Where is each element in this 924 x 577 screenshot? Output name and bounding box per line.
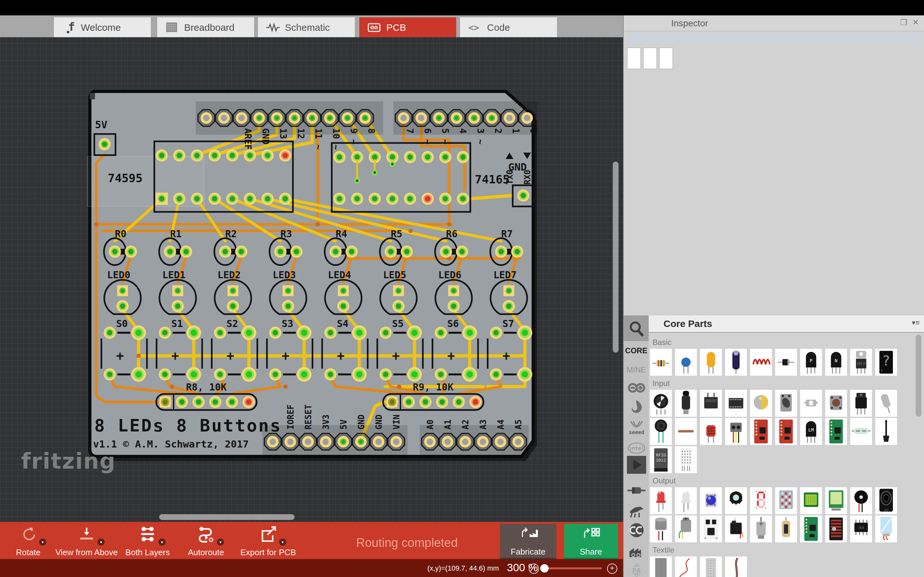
parts-bin-tab-sparkfun[interactable] <box>624 398 649 417</box>
part-lm35-temperature-sensor[interactable]: LM <box>800 418 822 445</box>
fabricate-button[interactable]: Fabricate <box>500 524 556 561</box>
parts-bin-tab-core[interactable]: CORE <box>624 341 649 360</box>
parts-bin-tab-play[interactable] <box>624 455 649 474</box>
part-coil-board[interactable] <box>825 516 847 542</box>
dropdown-chevron-icon[interactable]: ▾ <box>217 538 224 546</box>
pcb-canvas[interactable]: AREFGND131211 ~10 ~9 ~876 ~5 ~43 ~210TX0… <box>0 37 623 522</box>
part-mosfet[interactable]: FET P <box>850 349 872 376</box>
part-graphic-lcd[interactable] <box>825 487 847 514</box>
parts-bin-tab-arduino[interactable] <box>624 378 649 398</box>
part-diode[interactable] <box>775 349 797 376</box>
part-motor-driver[interactable] <box>700 516 722 542</box>
part-rfid-reader[interactable]: RFIDID12 <box>650 446 672 473</box>
inspector-swatch[interactable] <box>643 47 657 69</box>
zoom-out-icon[interactable]: − <box>529 564 539 574</box>
part-led-matrix[interactable] <box>775 487 797 514</box>
part-piezo-disc[interactable] <box>750 390 772 417</box>
share-button[interactable]: Share <box>564 524 618 561</box>
part-red-led[interactable] <box>650 487 672 514</box>
part-pnp-transistor[interactable]: P <box>800 349 822 376</box>
part-conductive-thread[interactable] <box>675 556 697 577</box>
part-conductive-fabric[interactable] <box>650 556 672 577</box>
part-rgb-led[interactable] <box>725 487 747 514</box>
part-trim-potentiometer[interactable] <box>775 390 797 417</box>
canvas-vscrollbar-thumb[interactable] <box>613 161 619 353</box>
export-for-pcb-button[interactable]: ▾Export for PCB <box>233 526 304 557</box>
part-dc-motor[interactable] <box>675 516 697 542</box>
part-ceramic-capacitor[interactable] <box>675 349 697 376</box>
part-sensor-breakout-green[interactable] <box>825 418 847 445</box>
canvas-hscrollbar-thumb[interactable] <box>159 514 294 520</box>
bin-menu-icon[interactable]: ▾≡ <box>912 319 919 327</box>
part-driver-board-green[interactable] <box>800 516 822 542</box>
arduino-icon <box>627 379 646 397</box>
part-relay[interactable]: 16A <box>850 516 872 542</box>
part-loudspeaker[interactable] <box>875 487 897 514</box>
part-photoresistor[interactable] <box>700 418 722 445</box>
part-humidity-sensor[interactable] <box>675 446 697 473</box>
zoom-slider-knob[interactable] <box>540 564 549 572</box>
parts-scrollbar-thumb[interactable] <box>916 335 921 417</box>
part-force-sensor[interactable] <box>650 418 672 445</box>
parts-bin-tab-component[interactable] <box>624 481 649 500</box>
part-rotary-potentiometer[interactable] <box>650 390 672 417</box>
inspector-swatch[interactable] <box>659 47 673 69</box>
parts-bin-tab-pa[interactable]: PA <box>624 560 649 577</box>
part-sparkfun-breakout[interactable] <box>775 418 797 445</box>
part-smd-pushbutton[interactable] <box>800 390 822 417</box>
part-mystery-part[interactable]: ?? <box>875 349 897 376</box>
part-electrolytic-capacitor[interactable] <box>725 349 747 376</box>
part-trimmer-potentiometer[interactable] <box>675 390 697 417</box>
inspector-close-icon[interactable]: ✕ <box>913 18 919 27</box>
parts-bin-tab-seeed[interactable]: seeed <box>624 418 649 437</box>
part-switch[interactable] <box>850 390 872 417</box>
part-pushbutton[interactable] <box>825 390 847 417</box>
part-flex-sensor[interactable] <box>675 418 697 445</box>
dropdown-chevron-icon[interactable]: ▾ <box>279 538 286 546</box>
part-blue-led-mount[interactable] <box>700 487 722 514</box>
part-lcd-display[interactable] <box>800 487 822 514</box>
parts-bin-tab-intel[interactable]: intel <box>624 438 649 458</box>
zoom-slider[interactable] <box>544 567 602 569</box>
part-white-led[interactable] <box>675 487 697 514</box>
view-from-above-button[interactable]: ▾View from Above <box>51 526 122 557</box>
part-seven-segment-display[interactable] <box>750 487 772 514</box>
dropdown-chevron-icon[interactable]: ▾ <box>39 538 46 546</box>
part-ir-sensor[interactable] <box>725 418 747 445</box>
autoroute-button[interactable]: ▾Autoroute <box>171 526 241 557</box>
part-tilt-sensor[interactable] <box>875 390 897 417</box>
svg-text:+: + <box>502 348 510 363</box>
parts-bin-tab-factory[interactable] <box>624 541 649 560</box>
part-accelerometer-breakout[interactable] <box>750 418 772 445</box>
inspector-float-icon[interactable]: ❐ <box>900 18 907 27</box>
servo-icon <box>725 516 747 542</box>
part-resistor[interactable] <box>650 349 672 376</box>
dropdown-chevron-icon[interactable]: ▾ <box>158 538 166 546</box>
tab-welcome[interactable]: fWelcome <box>54 17 151 37</box>
part-knit-fabric[interactable] <box>700 556 722 577</box>
part-dip-switch[interactable] <box>725 390 747 417</box>
zoom-in-icon[interactable]: + <box>607 564 617 574</box>
parts-bin-tab-bug[interactable] <box>624 500 649 519</box>
parts-bin-tab-cc[interactable] <box>624 521 649 540</box>
tab-schematic[interactable]: Schematic <box>258 17 355 37</box>
inspector-swatch[interactable] <box>627 47 641 69</box>
tab-code[interactable]: <>Code <box>460 17 557 37</box>
part-reed-switch[interactable] <box>850 418 872 445</box>
part-inductor[interactable] <box>750 349 772 376</box>
parts-bin-tab-mine[interactable]: MINE <box>624 360 649 380</box>
part-servo[interactable] <box>725 516 747 542</box>
part-piezo-buzzer[interactable] <box>850 487 872 514</box>
part-antenna[interactable] <box>875 418 897 445</box>
part-yarn[interactable] <box>725 556 747 577</box>
part-solenoid[interactable] <box>775 516 797 542</box>
part-npn-transistor[interactable]: N <box>825 349 847 376</box>
parts-bin-tab-search[interactable] <box>624 316 649 341</box>
part-el-panel[interactable] <box>875 516 897 542</box>
part-stepper-motor[interactable] <box>750 516 772 542</box>
tab-breadboard[interactable]: Breadboard <box>157 17 254 37</box>
part-vibration-motor[interactable] <box>650 516 672 542</box>
dropdown-chevron-icon[interactable]: ▾ <box>97 538 105 546</box>
part-slide-potentiometer[interactable] <box>700 390 722 417</box>
part-tantalum-capacitor[interactable] <box>700 349 722 376</box>
